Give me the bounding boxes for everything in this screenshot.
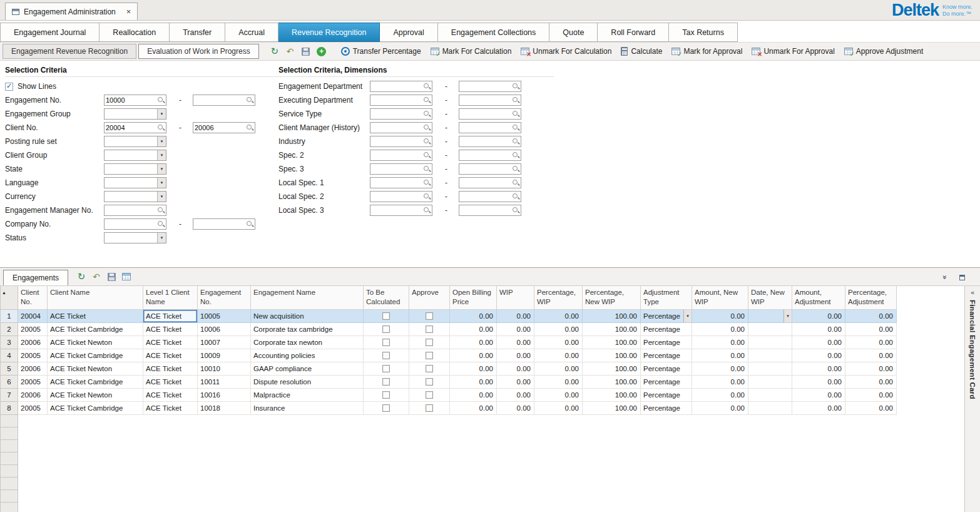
cell-engagement_name[interactable]: Accounting policies bbox=[251, 349, 364, 362]
cell-amount_new_wip[interactable]: 0.00 bbox=[692, 388, 748, 401]
cell-percentage_wip[interactable]: 0.00 bbox=[534, 309, 583, 322]
industry-from-field[interactable] bbox=[370, 136, 432, 147]
executing-department-to-field-input[interactable] bbox=[459, 95, 512, 105]
cell-engagement_no[interactable]: 10011 bbox=[198, 375, 251, 388]
undo-button[interactable] bbox=[89, 270, 103, 284]
client-no-to-field-input[interactable] bbox=[193, 123, 246, 133]
spec-2-to-field-input[interactable] bbox=[459, 150, 512, 160]
cell-percentage_new_wip[interactable]: 100.00 bbox=[583, 401, 641, 414]
cell-open_billing_price[interactable]: 0.00 bbox=[450, 349, 497, 362]
cell-engagement_no[interactable]: 10007 bbox=[198, 335, 251, 349]
search-icon[interactable] bbox=[246, 220, 254, 228]
cell-amount_new_wip[interactable]: 0.00 bbox=[692, 362, 748, 375]
cell-percentage_wip[interactable]: 0.00 bbox=[534, 349, 583, 362]
dropdown-arrow-icon[interactable]: ▼ bbox=[157, 109, 166, 119]
row-number-cell[interactable]: 1 bbox=[1, 309, 18, 322]
executing-department-from-field-input[interactable] bbox=[370, 95, 423, 105]
column-header-client_no[interactable]: Client No. bbox=[18, 286, 48, 309]
client-manager-history-from-field[interactable] bbox=[370, 122, 432, 133]
table-row[interactable]: 420005ACE Ticket CambridgeACE Ticket1000… bbox=[1, 349, 897, 362]
service-type-to-field[interactable] bbox=[459, 108, 521, 120]
industry-from-field-input[interactable] bbox=[370, 136, 423, 146]
cell-client_name[interactable]: ACE Ticket Cambridge bbox=[48, 322, 143, 335]
cell-client_no[interactable]: 20006 bbox=[18, 335, 48, 349]
cell-percentage_wip[interactable]: 0.00 bbox=[534, 335, 583, 349]
search-icon[interactable] bbox=[423, 138, 431, 146]
cell-adjustment_type[interactable]: Percentage bbox=[641, 388, 692, 401]
cell-amount_adjustment[interactable]: 0.00 bbox=[792, 309, 845, 322]
company-no-from-field[interactable] bbox=[104, 218, 166, 230]
cell-percentage_adjustment[interactable]: 0.00 bbox=[845, 388, 897, 401]
column-header-open_billing_price[interactable]: Open Billing Price bbox=[450, 286, 497, 309]
local-spec-3-to-field-input[interactable] bbox=[459, 205, 512, 215]
spec-2-to-field[interactable] bbox=[459, 150, 521, 161]
column-header-wip[interactable]: WIP bbox=[497, 286, 534, 309]
cell-open_billing_price[interactable]: 0.00 bbox=[450, 309, 497, 322]
cell-percentage_new_wip[interactable]: 100.00 bbox=[583, 362, 641, 375]
cell-engagement_no[interactable]: 10009 bbox=[198, 349, 251, 362]
cell-adjustment_type[interactable]: Percentage bbox=[641, 349, 692, 362]
cell-open_billing_price[interactable]: 0.00 bbox=[450, 375, 497, 388]
cell-wip[interactable]: 0.00 bbox=[497, 335, 534, 349]
company-no-to-field-input[interactable] bbox=[193, 219, 246, 229]
maximize-pane-button[interactable] bbox=[955, 270, 969, 284]
cell-amount_new_wip[interactable]: 0.00 bbox=[692, 335, 748, 349]
cell-engagement_no[interactable]: 10006 bbox=[198, 322, 251, 335]
add-line-button[interactable] bbox=[315, 44, 329, 58]
cell-approve[interactable] bbox=[409, 388, 450, 401]
cell-level1_client_name[interactable]: ACE Ticket bbox=[143, 349, 198, 362]
cell-percentage_wip[interactable]: 0.00 bbox=[534, 401, 583, 414]
spec-3-from-field-input[interactable] bbox=[370, 164, 423, 174]
local-spec-3-from-field[interactable] bbox=[370, 205, 432, 216]
local-spec-2-from-field[interactable] bbox=[370, 191, 432, 202]
dropdown-arrow-icon[interactable]: ▼ bbox=[157, 136, 166, 146]
cell-percentage_new_wip[interactable]: 100.00 bbox=[583, 322, 641, 335]
cell-date_new_wip[interactable] bbox=[748, 322, 792, 335]
to_be_calculated-checkbox[interactable] bbox=[382, 391, 390, 399]
cell-percentage_adjustment[interactable]: 0.00 bbox=[845, 309, 897, 322]
row-number-cell[interactable]: 4 bbox=[1, 349, 18, 362]
dropdown-arrow-icon[interactable]: ▼ bbox=[683, 310, 692, 322]
search-icon[interactable] bbox=[423, 151, 431, 160]
table-view-button[interactable] bbox=[120, 270, 133, 284]
approve-checkbox[interactable] bbox=[426, 391, 433, 399]
table-row[interactable]: 320006ACE Ticket NewtonACE Ticket10007Co… bbox=[1, 335, 897, 349]
cell-to_be_calculated[interactable] bbox=[364, 375, 409, 388]
cell-adjustment_type[interactable]: Percentage bbox=[641, 401, 692, 414]
column-header-to_be_calculated[interactable]: To Be Calculated bbox=[364, 286, 409, 309]
save-button[interactable] bbox=[299, 44, 313, 58]
cell-date_new_wip[interactable]: ▼ bbox=[748, 309, 792, 322]
engagement-group-dropdown[interactable]: ▼ bbox=[104, 108, 166, 120]
cell-client_name[interactable]: ACE Ticket Cambridge bbox=[48, 349, 143, 362]
cell-adjustment_type[interactable]: Percentage bbox=[641, 335, 692, 349]
tab-engagement-journal[interactable]: Engagement Journal bbox=[0, 23, 100, 42]
calculate-button[interactable]: Calculate bbox=[617, 44, 666, 59]
search-icon[interactable] bbox=[512, 110, 520, 118]
to_be_calculated-checkbox[interactable] bbox=[382, 404, 390, 412]
to_be_calculated-checkbox[interactable] bbox=[382, 365, 390, 372]
cell-client_name[interactable]: ACE Ticket Newton bbox=[48, 335, 143, 349]
cell-wip[interactable]: 0.00 bbox=[497, 388, 534, 401]
cell-percentage_adjustment[interactable]: 0.00 bbox=[845, 362, 897, 375]
cell-amount_new_wip[interactable]: 0.00 bbox=[692, 349, 748, 362]
client-manager-history-to-field[interactable] bbox=[459, 122, 521, 133]
to_be_calculated-checkbox[interactable] bbox=[382, 378, 390, 386]
cell-to_be_calculated[interactable] bbox=[364, 309, 409, 322]
row-number-cell[interactable] bbox=[1, 439, 18, 452]
engagement-no-to-field[interactable] bbox=[193, 95, 255, 106]
client-group-dropdown[interactable]: ▼ bbox=[104, 150, 166, 161]
show-lines-checkbox[interactable]: ✓ bbox=[5, 83, 13, 91]
company-no-to-field[interactable] bbox=[193, 218, 255, 230]
posting-rule-set-dropdown[interactable]: ▼ bbox=[104, 136, 166, 147]
cell-wip[interactable]: 0.00 bbox=[497, 322, 534, 335]
cell-client_no[interactable]: 20006 bbox=[18, 362, 48, 375]
search-icon[interactable] bbox=[423, 83, 431, 91]
local-spec-2-from-field-input[interactable] bbox=[370, 192, 423, 202]
column-header-percentage_new_wip[interactable]: Percentage, New WIP bbox=[583, 286, 641, 309]
row-number-cell[interactable]: 3 bbox=[1, 335, 18, 349]
row-number-cell[interactable]: 7 bbox=[1, 388, 18, 401]
language-dropdown[interactable]: ▼ bbox=[104, 177, 166, 188]
local-spec-1-to-field-input[interactable] bbox=[459, 178, 512, 188]
cell-wip[interactable]: 0.00 bbox=[497, 309, 534, 322]
to_be_calculated-checkbox[interactable] bbox=[382, 352, 390, 359]
